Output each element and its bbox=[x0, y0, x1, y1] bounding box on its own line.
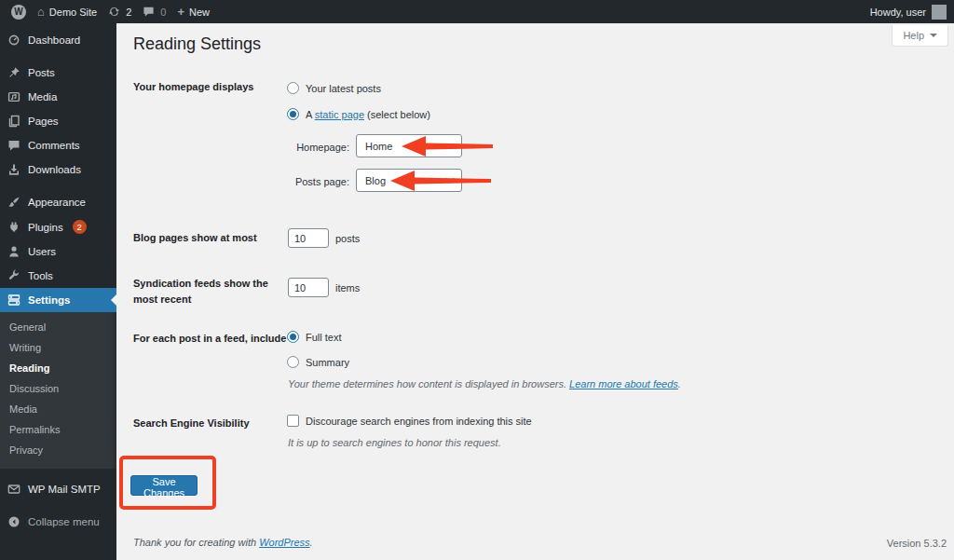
sidebar-item-dashboard[interactable]: Dashboard bbox=[0, 28, 116, 52]
pages-icon bbox=[7, 115, 20, 128]
seo-note: It is up to search engines to honor this… bbox=[288, 437, 501, 448]
sidebar-label: Collapse menu bbox=[28, 516, 100, 527]
discourage-indexing-label[interactable]: Discourage search engines from indexing … bbox=[306, 416, 532, 427]
blog-pages-label: Blog pages show at most bbox=[133, 230, 292, 246]
radio-latest-posts[interactable] bbox=[287, 82, 299, 94]
sidebar-item-downloads[interactable]: Downloads bbox=[0, 157, 116, 182]
plugins-update-badge: 2 bbox=[73, 220, 87, 234]
full-text-label[interactable]: Full text bbox=[306, 332, 342, 343]
submenu-item-privacy[interactable]: Privacy bbox=[0, 440, 116, 460]
static-prefix: A bbox=[306, 109, 315, 120]
learn-more-feeds-link[interactable]: Learn more about feeds bbox=[569, 378, 678, 389]
site-name-link[interactable]: ⌂ Demo Site bbox=[32, 0, 102, 23]
sidebar-label: Media bbox=[28, 91, 57, 102]
posts-page-select-value: Blog bbox=[365, 175, 386, 186]
home-icon: ⌂ bbox=[37, 6, 45, 18]
collapse-menu-button[interactable]: Collapse menu bbox=[0, 510, 116, 534]
sidebar-item-settings[interactable]: Settings bbox=[0, 288, 116, 312]
download-icon bbox=[7, 163, 20, 176]
howdy-link[interactable]: Howdy, user bbox=[870, 7, 926, 18]
homepage-select-label: Homepage: bbox=[284, 140, 349, 156]
comments-link[interactable]: 0 bbox=[137, 0, 171, 23]
plus-icon: + bbox=[177, 6, 184, 18]
homepage-select[interactable]: Home bbox=[356, 134, 462, 157]
static-page-label[interactable]: A static page (select below) bbox=[306, 109, 430, 120]
help-label: Help bbox=[903, 30, 924, 41]
sidebar-label: WP Mail SMTP bbox=[28, 484, 101, 495]
wordpress-logo-icon: W bbox=[11, 5, 26, 20]
version-text: Version 5.3.2 bbox=[887, 538, 947, 549]
updates-icon bbox=[108, 6, 121, 19]
new-label: New bbox=[189, 7, 210, 18]
admin-bar: W ⌂ Demo Site 2 0 + New Howdy, user bbox=[0, 0, 954, 23]
latest-posts-option[interactable]: Your latest posts bbox=[287, 82, 381, 94]
search-visibility-label: Search Engine Visibility bbox=[133, 416, 292, 431]
footer-period: . bbox=[310, 537, 313, 548]
site-name: Demo Site bbox=[49, 7, 97, 18]
page-title: Reading Settings bbox=[133, 34, 261, 54]
wrench-icon bbox=[7, 269, 20, 282]
user-icon bbox=[7, 245, 20, 258]
settings-icon bbox=[7, 294, 20, 307]
comments-icon bbox=[7, 139, 20, 152]
sidebar-label: Downloads bbox=[28, 164, 81, 175]
updates-count: 2 bbox=[126, 7, 131, 18]
submenu-item-discussion[interactable]: Discussion bbox=[0, 378, 116, 399]
reading-settings-page: Help Reading Settings Your homepage disp… bbox=[116, 23, 954, 560]
search-visibility-checkbox[interactable] bbox=[287, 415, 299, 427]
submenu-item-writing[interactable]: Writing bbox=[0, 337, 116, 358]
radio-summary[interactable] bbox=[287, 356, 299, 368]
wordpress-admin: W ⌂ Demo Site 2 0 + New Howdy, user bbox=[0, 0, 954, 560]
plugin-icon bbox=[7, 221, 20, 234]
submenu-item-media[interactable]: Media bbox=[0, 399, 116, 419]
wordpress-menu[interactable]: W bbox=[6, 0, 32, 23]
homepage-displays-label: Your homepage displays bbox=[133, 79, 282, 95]
wordpress-link[interactable]: WordPress bbox=[259, 537, 309, 548]
homepage-select-value: Home bbox=[365, 141, 392, 152]
sidebar-item-posts[interactable]: Posts bbox=[0, 61, 116, 85]
full-text-option[interactable]: Full text bbox=[287, 331, 342, 343]
menu-separator bbox=[0, 501, 116, 510]
sidebar-item-comments[interactable]: Comments bbox=[0, 133, 116, 157]
sidebar-item-tools[interactable]: Tools bbox=[0, 264, 116, 288]
feed-note-text: Your theme determines how content is dis… bbox=[288, 378, 569, 389]
submenu-item-permalinks[interactable]: Permalinks bbox=[0, 419, 116, 440]
save-changes-button[interactable]: Save Changes bbox=[130, 475, 198, 496]
admin-menu: Dashboard Posts Media Pages Comments bbox=[0, 23, 116, 560]
summary-option[interactable]: Summary bbox=[287, 356, 349, 368]
sidebar-item-media[interactable]: Media bbox=[0, 85, 116, 109]
sidebar-label: Settings bbox=[28, 294, 70, 306]
pushpin-icon bbox=[7, 66, 20, 79]
help-button[interactable]: Help bbox=[892, 25, 948, 47]
static-suffix: (select below) bbox=[364, 109, 430, 120]
static-page-option[interactable]: A static page (select below) bbox=[287, 108, 430, 120]
menu-separator bbox=[0, 469, 116, 477]
new-content-link[interactable]: + New bbox=[171, 0, 215, 23]
radio-full-text[interactable] bbox=[287, 331, 299, 343]
updates-link[interactable]: 2 bbox=[102, 0, 137, 23]
sidebar-item-wp-mail-smtp[interactable]: WP Mail SMTP bbox=[0, 477, 116, 501]
chevron-down-icon bbox=[930, 34, 937, 41]
syndication-label: Syndication feeds show the most recent bbox=[133, 276, 268, 307]
avatar[interactable] bbox=[932, 5, 947, 20]
summary-label[interactable]: Summary bbox=[306, 357, 349, 368]
discourage-indexing-option[interactable]: Discourage search engines from indexing … bbox=[287, 415, 532, 427]
feed-note-period: . bbox=[678, 378, 681, 389]
static-page-link[interactable]: static page bbox=[315, 109, 364, 120]
sidebar-label: Comments bbox=[28, 140, 80, 151]
collapse-arrow-icon bbox=[7, 515, 20, 528]
sidebar-item-plugins[interactable]: Plugins 2 bbox=[0, 214, 116, 239]
sidebar-item-pages[interactable]: Pages bbox=[0, 109, 116, 133]
sidebar-item-users[interactable]: Users bbox=[0, 239, 116, 264]
submenu-item-general[interactable]: General bbox=[0, 317, 116, 337]
latest-posts-label[interactable]: Your latest posts bbox=[306, 83, 381, 94]
blog-pages-input[interactable] bbox=[288, 228, 329, 248]
syndication-input[interactable] bbox=[288, 278, 329, 297]
posts-page-select[interactable]: Blog bbox=[356, 169, 462, 192]
footer-thanks: Thank you for creating with WordPress. bbox=[133, 537, 313, 548]
radio-static-page[interactable] bbox=[287, 108, 299, 120]
menu-separator bbox=[0, 52, 116, 61]
sidebar-item-appearance[interactable]: Appearance bbox=[0, 190, 116, 214]
chevron-down-icon bbox=[445, 174, 455, 184]
submenu-item-reading[interactable]: Reading bbox=[0, 358, 116, 378]
